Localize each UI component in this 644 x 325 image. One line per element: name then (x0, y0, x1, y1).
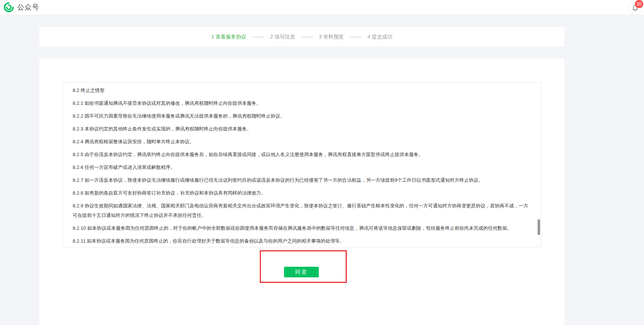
mp-logo[interactable]: 公众号 (4, 2, 39, 12)
step-separator (350, 37, 362, 37)
agreement-paragraph: 8.2.8 如有新的条款双方可友好协商签订补充协议，补充协议和本协议具有同样的法… (73, 188, 530, 198)
step-separator (252, 37, 264, 37)
agreement-paragraph: 8.2.11 如本协议或本服务因为任何原因终止的，你应自行处理好关于数据等信息的… (73, 236, 530, 246)
logo-label: 公众号 (17, 3, 39, 12)
agreement-paragraph: 8.2.4 腾讯有权根据整体运营安排，随时单方终止本协议。 (73, 137, 530, 147)
agreement-paragraph: 8.2.7 如一方违反本协议，致使本协议无法继续履行或继续履行已经无法达到签约目… (73, 176, 530, 185)
step-separator (301, 37, 313, 37)
agreement-paragraph: 8.2.1 如你书面通知腾讯不接受本协议或对其的修改，腾讯有权随时终止向你提供本… (73, 99, 530, 108)
agreement-paragraph: 8.2.5 由于你违反本协议约定，腾讯依约终止向你提供本服务后，如你后续再直接或… (73, 150, 530, 159)
agreement-paragraph: 8.2.10 如本协议或本服务因为任何原因终止的，对于你的帐户中的全部数据或你因… (73, 224, 530, 233)
scrollbar-thumb[interactable] (538, 219, 540, 235)
notification-badge: 30 (635, 0, 643, 8)
registration-stepper: 1 查看服务协议 2 填写信息 3 资料预览 4 提交成功 (39, 27, 564, 47)
step-3-preview: 3 资料预览 (319, 34, 344, 40)
service-agreement-scrollbox[interactable]: 8.2 终止之情形 8.2.1 如你书面通知腾讯不接受本协议或对其的修改，腾讯有… (62, 82, 541, 247)
step-4-submit-success: 4 提交成功 (368, 34, 393, 40)
agreement-paragraph: 8.2.2 因不可抗力因素导致你无法继续使用本服务或腾讯无法提供本服务的，腾讯有… (73, 111, 530, 121)
agreement-paragraph: 8.2 终止之情形 (73, 86, 530, 95)
agreement-panel: 8.2 终止之情形 8.2.1 如你书面通知腾讯不接受本协议或对其的修改，腾讯有… (39, 59, 564, 325)
step-1-view-agreement: 1 查看服务协议 (211, 34, 247, 40)
top-header: 公众号 30 (0, 0, 644, 15)
agreement-paragraph: 8.2.9 协议生效期间如遇国家法律、法规、国家相关部门及电信运营商有新相关文件… (73, 201, 530, 220)
mp-swirl-icon (4, 2, 14, 12)
agree-button[interactable]: 同意 (284, 267, 319, 277)
step-2-fill-info: 2 填写信息 (270, 34, 295, 40)
agreement-paragraph: 8.2.3 本协议约定的其他终止条件发生或实现的，腾讯有权随时终止向你提供本服务… (73, 124, 530, 134)
agreement-paragraph: 8.2.6 任何一方宣布破产或进入清算或解散程序。 (73, 163, 530, 172)
